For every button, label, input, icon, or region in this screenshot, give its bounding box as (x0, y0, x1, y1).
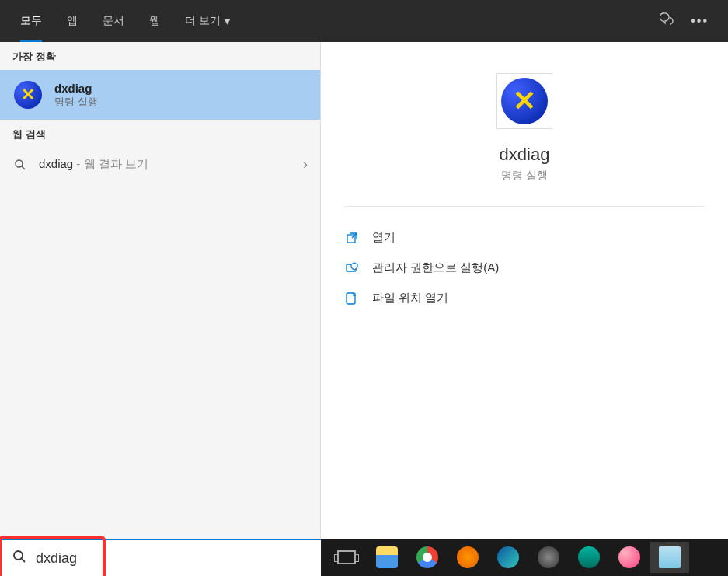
web-result-text: dxdiag - 웹 결과 보기 (39, 157, 148, 172)
svg-line-5 (22, 559, 25, 562)
action-open[interactable]: 열기 (344, 222, 705, 253)
tab-docs[interactable]: 문서 (90, 0, 137, 42)
teal-icon (578, 546, 600, 568)
search-box[interactable] (0, 539, 321, 576)
dxdiag-icon (12, 79, 44, 110)
taskbar (321, 539, 728, 576)
edge-icon (497, 546, 519, 568)
header-right: ••• (660, 12, 720, 31)
header-bar: 모두 앱 문서 웹 더 보기 ▾ ••• (0, 0, 728, 42)
notepad-icon (659, 546, 681, 568)
taskbar-app-1[interactable] (529, 542, 568, 573)
preview-subtitle: 명령 실행 (501, 169, 548, 183)
taskbar-explorer[interactable] (367, 542, 406, 573)
open-icon (344, 232, 360, 244)
taskview-button[interactable] (327, 542, 366, 573)
web-result-suffix: - 웹 결과 보기 (73, 157, 148, 170)
bottom-bar (0, 539, 728, 576)
disc-icon (538, 546, 559, 568)
action-run-as-admin[interactable]: 관리자 권한으로 실행(A) (344, 253, 705, 283)
more-options-icon[interactable]: ••• (691, 14, 709, 28)
content-area: 가장 정확 dxdiag 명령 실행 웹 검색 dxdiag - 웹 결과 보기… (0, 42, 728, 539)
tab-more[interactable]: 더 보기 ▾ (172, 0, 242, 42)
pink-icon (618, 546, 640, 568)
feedback-icon[interactable] (660, 12, 675, 31)
svg-point-4 (14, 551, 23, 560)
search-input[interactable] (36, 550, 308, 567)
preview-actions: 열기 관리자 권한으로 실행(A) 파일 위치 열기 (321, 207, 728, 329)
preview-header: dxdiag 명령 실행 (321, 42, 728, 206)
action-open-label: 열기 (372, 230, 395, 245)
chevron-down-icon: ▾ (225, 15, 230, 27)
taskview-icon (337, 550, 356, 564)
taskbar-app-3[interactable] (610, 542, 649, 573)
preview-icon (496, 73, 552, 129)
folder-icon (344, 292, 360, 305)
action-open-location[interactable]: 파일 위치 열기 (344, 283, 705, 313)
web-result-query: dxdiag (39, 157, 73, 170)
filter-tabs: 모두 앱 문서 웹 더 보기 ▾ (8, 0, 242, 42)
taskbar-notepad[interactable] (650, 542, 689, 573)
explorer-icon (376, 546, 398, 568)
shield-icon (344, 262, 360, 274)
dxdiag-icon (501, 78, 548, 124)
web-search-result[interactable]: dxdiag - 웹 결과 보기 › (0, 148, 320, 181)
action-location-label: 파일 위치 열기 (372, 291, 448, 305)
results-panel: 가장 정확 dxdiag 명령 실행 웹 검색 dxdiag - 웹 결과 보기… (0, 42, 321, 539)
result-text: dxdiag 명령 실행 (54, 82, 98, 109)
tab-all[interactable]: 모두 (8, 0, 54, 42)
chevron-right-icon: › (303, 156, 308, 173)
search-icon (12, 550, 26, 567)
firefox-icon (457, 546, 479, 568)
best-match-result[interactable]: dxdiag 명령 실행 (0, 70, 320, 120)
result-subtitle: 명령 실행 (54, 95, 98, 109)
taskbar-app-2[interactable] (570, 542, 608, 573)
tab-apps[interactable]: 앱 (54, 0, 90, 42)
best-match-header: 가장 정확 (0, 42, 320, 70)
taskbar-edge[interactable] (489, 542, 528, 573)
taskbar-firefox[interactable] (448, 542, 487, 573)
result-title: dxdiag (54, 82, 98, 95)
tab-more-label: 더 보기 (185, 14, 221, 28)
web-search-header: 웹 검색 (0, 120, 320, 148)
svg-point-0 (16, 160, 23, 167)
preview-title: dxdiag (500, 145, 550, 165)
preview-panel: dxdiag 명령 실행 열기 관리자 권한으로 실행(A) 파일 (321, 42, 728, 539)
action-admin-label: 관리자 권한으로 실행(A) (372, 260, 499, 275)
taskbar-chrome[interactable] (408, 542, 447, 573)
search-icon (12, 159, 28, 171)
chrome-icon (416, 546, 438, 568)
tab-web[interactable]: 웹 (137, 0, 172, 42)
svg-line-1 (22, 166, 25, 169)
